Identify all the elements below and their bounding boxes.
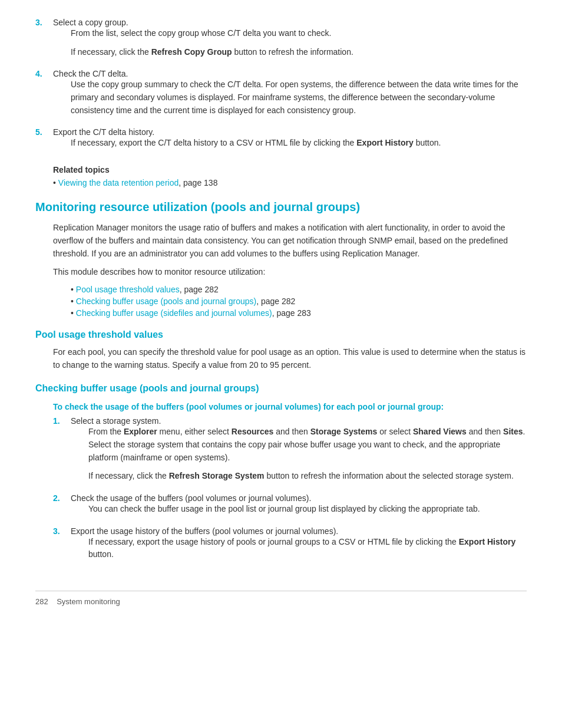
related-topics: Related topics Viewing the data retentio… bbox=[53, 165, 527, 187]
step-3-desc-2: If necessary, click the Refresh Copy Gro… bbox=[71, 46, 527, 59]
step-3-desc-1: From the list, select the copy group who… bbox=[71, 27, 527, 40]
bullet-item-1: Pool usage threshold values, page 282 bbox=[71, 285, 527, 294]
check-step-1-title: Select a storage system. bbox=[71, 416, 527, 426]
pool-threshold-heading: Pool usage threshold values bbox=[35, 330, 527, 340]
related-topic-link-1[interactable]: Viewing the data retention period bbox=[58, 178, 178, 187]
step-3-content: Select a copy group. From the list, sele… bbox=[53, 18, 527, 64]
page-number: 282 bbox=[35, 597, 48, 606]
bullet-page-1: , page 282 bbox=[180, 285, 219, 294]
step-4-number: 4. bbox=[35, 69, 53, 123]
check-step-2-title: Check the usage of the buffers (pool vol… bbox=[71, 493, 527, 503]
check-step-3-number: 3. bbox=[53, 526, 71, 567]
step-3: 3. Select a copy group. From the list, s… bbox=[35, 18, 527, 64]
check-step-3: 3. Export the usage history of the buffe… bbox=[53, 526, 527, 567]
bullet-page-3: , page 283 bbox=[272, 308, 311, 318]
related-topics-title: Related topics bbox=[53, 165, 527, 174]
checking-buffer-heading: Checking buffer usage (pools and journal… bbox=[35, 383, 527, 394]
step-5: 5. Export the C/T delta history. If nece… bbox=[35, 127, 527, 156]
step-4-desc-1: Use the copy group summary to check the … bbox=[71, 78, 527, 117]
bullet-link-3[interactable]: Checking buffer usage (sidefiles and jou… bbox=[76, 308, 272, 318]
footer-text: System monitoring bbox=[57, 597, 120, 606]
main-section-module-desc: This module describes how to monitor res… bbox=[53, 266, 527, 279]
step-4-content: Check the C/T delta. Use the copy group … bbox=[53, 69, 527, 123]
bullet-item-3: Checking buffer usage (sidefiles and jou… bbox=[71, 308, 527, 318]
page-container: 3. Select a copy group. From the list, s… bbox=[0, 0, 562, 630]
check-step-2-number: 2. bbox=[53, 493, 71, 522]
step-5-number: 5. bbox=[35, 127, 53, 156]
related-topics-list: Viewing the data retention period, page … bbox=[53, 178, 527, 187]
step-4-title: Check the C/T delta. bbox=[53, 69, 527, 78]
related-topic-page-1: , page 138 bbox=[178, 178, 217, 187]
step-4: 4. Check the C/T delta. Use the copy gro… bbox=[35, 69, 527, 123]
page-footer: 282 System monitoring bbox=[35, 591, 527, 606]
step-5-title: Export the C/T delta history. bbox=[53, 127, 527, 137]
step-3-number: 3. bbox=[35, 18, 53, 64]
check-step-1: 1. Select a storage system. From the Exp… bbox=[53, 416, 527, 489]
bullet-link-2[interactable]: Checking buffer usage (pools and journal… bbox=[76, 297, 256, 306]
main-section-intro: Replication Manager monitors the usage r… bbox=[53, 222, 527, 260]
bullet-item-2: Checking buffer usage (pools and journal… bbox=[71, 297, 527, 306]
check-step-1-desc-2: If necessary, click the Refresh Storage … bbox=[88, 470, 527, 483]
step-5-content: Export the C/T delta history. If necessa… bbox=[53, 127, 527, 156]
step-5-desc-1: If necessary, export the C/T delta histo… bbox=[71, 137, 527, 150]
pool-threshold-body: For each pool, you can specify the thres… bbox=[53, 346, 527, 371]
main-section-heading: Monitoring resource utilization (pools a… bbox=[35, 199, 527, 215]
check-step-3-desc-1: If necessary, export the usage history o… bbox=[88, 536, 527, 561]
check-step-1-content: Select a storage system. From the Explor… bbox=[71, 416, 527, 489]
bullet-link-1[interactable]: Pool usage threshold values bbox=[76, 285, 180, 294]
step-3-title: Select a copy group. bbox=[53, 18, 527, 27]
bullet-page-2: , page 282 bbox=[256, 297, 295, 306]
main-section-bullet-list: Pool usage threshold values, page 282 Ch… bbox=[71, 285, 527, 318]
related-topic-item: Viewing the data retention period, page … bbox=[53, 178, 527, 187]
check-step-3-content: Export the usage history of the buffers … bbox=[71, 526, 527, 567]
check-step-1-number: 1. bbox=[53, 416, 71, 489]
checking-buffer-subheading: To check the usage of the buffers (pool … bbox=[53, 402, 527, 411]
check-step-3-title: Export the usage history of the buffers … bbox=[71, 526, 527, 536]
check-step-2: 2. Check the usage of the buffers (pool … bbox=[53, 493, 527, 522]
check-step-2-desc-1: You can check the buffer usage in the po… bbox=[88, 503, 527, 516]
check-step-2-content: Check the usage of the buffers (pool vol… bbox=[71, 493, 527, 522]
check-step-1-desc-1: From the Explorer menu, either select Re… bbox=[88, 426, 527, 464]
